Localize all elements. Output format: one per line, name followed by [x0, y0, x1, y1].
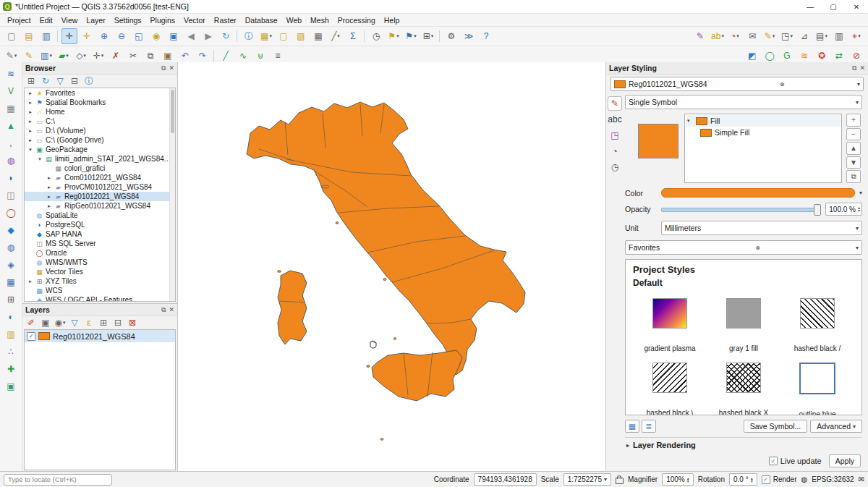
tab-3d-view[interactable]: ◳ — [608, 128, 622, 143]
add-vector-tile-icon[interactable]: ▥ — [3, 326, 19, 342]
browser-tree-item[interactable]: ▸ ⚑ Spatial Bookmarks — [25, 98, 175, 107]
browser-tree-item[interactable]: ▸ ▭ D:\ (Volume) — [25, 126, 175, 135]
new-shapefile-layer-icon[interactable]: ✚ — [3, 361, 19, 377]
plugin-disable-icon[interactable]: ⊘ — [848, 48, 864, 64]
manage-map-themes-icon[interactable]: ◉ — [54, 317, 66, 329]
magnifier-spinbox[interactable]: 100% — [662, 473, 694, 486]
opacity-slider-handle[interactable] — [814, 204, 821, 216]
browser-tree-item[interactable]: ◍ WMS/WMTS — [25, 258, 175, 267]
styling-layer-combo[interactable]: Reg01012021_WGS84 ⊗ ▾ — [610, 77, 864, 91]
layers-close-button[interactable]: ✕ — [169, 306, 174, 314]
rotation-spinbox[interactable]: 0.0 ° — [729, 473, 757, 486]
pan-to-selection-icon[interactable]: ✛ — [79, 28, 95, 44]
maximize-button[interactable]: ▢ — [822, 0, 845, 13]
browser-refresh-icon[interactable]: ↻ — [40, 75, 51, 87]
opacity-slider[interactable] — [661, 204, 821, 214]
menu-processing[interactable]: Processing — [333, 15, 380, 25]
add-vector-layer-icon[interactable]: V — [3, 83, 19, 99]
pan-map-icon[interactable]: ✛ — [61, 28, 77, 44]
zoom-in-icon[interactable]: ⊕ — [96, 28, 112, 44]
style-item[interactable]: outline blue — [780, 363, 854, 415]
filter-legend-icon[interactable]: ▽ — [69, 317, 80, 329]
expander-icon[interactable]: ▾ — [37, 156, 43, 162]
plugin-orange-icon[interactable]: ≋ — [796, 48, 812, 64]
browser-tree-item[interactable]: ◈ WFS / OGC API - Features — [25, 295, 175, 302]
browser-tree-item[interactable]: ◯ Oracle — [25, 248, 175, 258]
new-annotation-icon[interactable]: ✎ — [762, 28, 778, 44]
new-project-icon[interactable]: ▢ — [4, 28, 20, 44]
expander-icon[interactable]: ▾ — [687, 118, 693, 124]
browser-tree-item[interactable]: ◍ SpatiaLite — [25, 211, 175, 220]
expander-icon[interactable]: ▸ — [27, 90, 33, 96]
new-geopackage-layer-icon[interactable]: ▣ — [3, 378, 19, 394]
layer-labeling-icon[interactable]: ab — [710, 28, 726, 44]
menu-mesh[interactable]: Mesh — [306, 15, 333, 25]
duplicate-symbol-layer-button[interactable]: ⧉ — [846, 170, 861, 183]
add-mssql-icon[interactable]: ◫ — [3, 187, 19, 203]
icon-view-button[interactable]: ▦ — [625, 420, 639, 433]
browser-filter-icon[interactable]: ▽ — [54, 75, 66, 87]
expander-icon[interactable]: ▸ — [27, 100, 33, 106]
browser-tree-item[interactable]: ▸ ▭ C:\ (Google Drive) — [25, 135, 175, 145]
open-attribute-table-icon[interactable]: ▦ — [310, 28, 326, 44]
browser-add-layers-icon[interactable]: ⊞ — [25, 75, 37, 87]
browser-collapse-all-icon[interactable]: ⊟ — [69, 75, 80, 87]
move-feature-icon[interactable]: ✛ — [90, 48, 106, 64]
show-layout-manager-icon[interactable]: ▥ — [831, 28, 847, 44]
statistics-icon[interactable]: Σ — [345, 28, 361, 44]
layer-diagrams-icon[interactable]: ◔ — [727, 28, 743, 44]
color-button[interactable] — [661, 188, 855, 198]
browser-tree-item[interactable]: ▸ ★ Favorites — [25, 88, 175, 98]
expander-icon[interactable]: ▸ — [46, 185, 52, 190]
spin-arrows-icon[interactable] — [751, 477, 753, 483]
menu-layer[interactable]: Layer — [82, 15, 109, 25]
menu-vector[interactable]: Vector — [179, 15, 210, 25]
measure-icon[interactable]: ╱ — [328, 28, 344, 44]
browser-tree-item[interactable]: ▸ ▰ ProvCM01012021_WGS84 — [25, 182, 175, 192]
add-delimited-text-icon[interactable]: , — [3, 135, 19, 151]
add-mesh-layer-icon[interactable]: ▲ — [3, 118, 19, 134]
browser-tree-item[interactable]: ▸ ⊞ XYZ Tiles — [25, 276, 175, 286]
style-item[interactable]: gray 1 fill — [707, 298, 780, 352]
current-edits-icon[interactable]: ✎ — [4, 48, 20, 64]
filter-by-expression-icon[interactable]: ε — [83, 317, 95, 329]
cut-features-icon[interactable]: ✂ — [125, 48, 141, 64]
select-features-icon[interactable]: ▦ — [258, 28, 274, 44]
zoom-to-layer-icon[interactable]: ▣ — [166, 28, 182, 44]
grass-tools-icon[interactable]: G — [779, 48, 795, 64]
expander-icon[interactable]: ▸ — [46, 194, 52, 200]
deselect-features-icon[interactable]: ▢ — [276, 28, 292, 44]
merge-features-icon[interactable]: ⊎ — [252, 48, 268, 64]
expander-icon[interactable]: ▸ — [27, 279, 33, 284]
minimize-button[interactable]: — — [799, 0, 822, 13]
browser-float-button[interactable]: ⧉ — [161, 64, 166, 72]
add-postgis-icon[interactable]: ◗ — [3, 170, 19, 186]
tab-history[interactable]: ◷ — [608, 160, 622, 174]
identify-features-icon[interactable]: ⓘ — [241, 28, 257, 44]
expander-icon[interactable]: ▸ — [46, 175, 52, 181]
browser-properties-icon[interactable]: ⓘ — [83, 75, 95, 87]
remove-symbol-layer-button[interactable]: − — [846, 128, 861, 141]
select-by-value-icon[interactable]: ▧ — [293, 28, 309, 44]
locator-search-input[interactable]: Type to locate (Ctrl+K) — [4, 474, 112, 486]
browser-tree-item[interactable]: ▾ ▤ limiti_admin_STAT_2021_WGS84.gpkg — [25, 154, 175, 164]
spin-arrows-icon[interactable] — [858, 206, 860, 212]
browser-close-button[interactable]: ✕ — [169, 64, 174, 72]
vertex-tool-icon[interactable]: ◇ — [73, 48, 89, 64]
add-point-cloud-icon[interactable]: ∴ — [3, 344, 19, 360]
python-console-icon[interactable]: ≫ — [461, 28, 477, 44]
redo-icon[interactable]: ↷ — [195, 48, 210, 64]
menu-help[interactable]: Help — [380, 15, 404, 25]
menu-web[interactable]: Web — [282, 15, 306, 25]
coordinate-value[interactable]: 794193,4361928 — [474, 473, 537, 486]
zoom-next-icon[interactable]: ▶ — [200, 28, 216, 44]
expander-icon[interactable]: ▸ — [27, 128, 33, 134]
open-layer-styling-icon[interactable]: ✐ — [25, 317, 37, 329]
georeferencer-icon[interactable]: ⌖ — [848, 28, 864, 44]
zoom-to-selection-icon[interactable]: ◉ — [148, 28, 164, 44]
temporal-controller-icon[interactable]: ◷ — [368, 28, 384, 44]
add-spatialite-icon[interactable]: ◍ — [3, 153, 19, 169]
reshape-features-icon[interactable]: ∿ — [235, 48, 251, 64]
undo-icon[interactable]: ↶ — [177, 48, 193, 64]
browser-tree-item[interactable]: ▦ WCS — [25, 286, 175, 295]
